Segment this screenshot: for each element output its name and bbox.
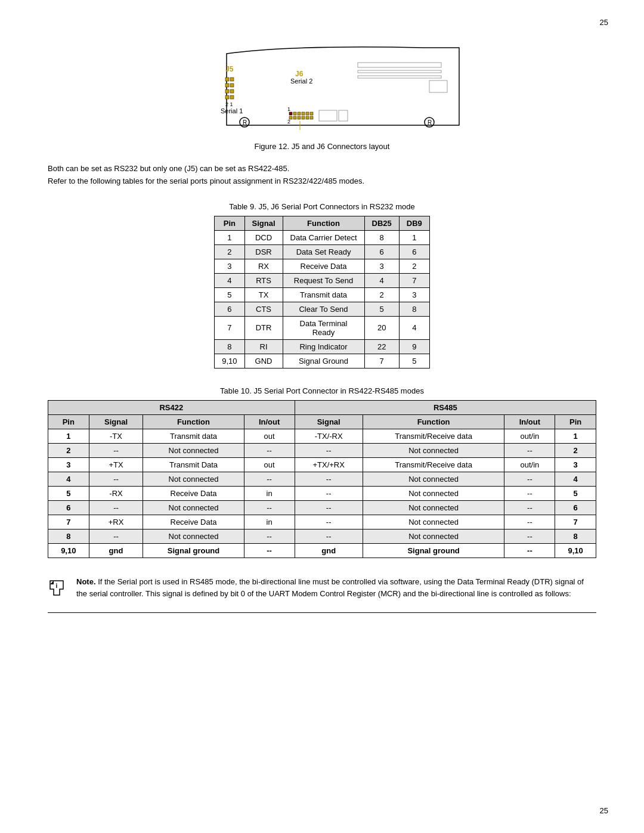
table-cell: -- bbox=[295, 500, 363, 515]
table-cell: -TX/-RX bbox=[295, 429, 363, 443]
col-signal-r: Signal bbox=[295, 414, 363, 429]
table-cell: Not connected bbox=[363, 443, 504, 457]
table-cell: 3 bbox=[364, 259, 399, 273]
table-row: 5TXTransmit data23 bbox=[215, 287, 430, 302]
table-row: 4RTSRequest To Send47 bbox=[215, 273, 430, 287]
table-cell: Not connected bbox=[363, 472, 504, 486]
table-cell: -- bbox=[504, 529, 555, 543]
table-cell: out bbox=[244, 457, 295, 472]
table10-section: Table 10. J5 Serial Port Connector in RS… bbox=[48, 386, 596, 558]
rs485-table: RS422 RS485 Pin Signal Function In/out S… bbox=[48, 400, 596, 558]
table-cell: 6 bbox=[364, 244, 399, 259]
page-number-top: 25 bbox=[600, 18, 608, 27]
svg-rect-15 bbox=[306, 112, 309, 115]
table-row: 4--Not connected----Not connected--4 bbox=[48, 472, 596, 486]
table-cell: 1 bbox=[399, 230, 429, 244]
table-cell: 1 bbox=[555, 429, 596, 443]
table-cell: -RX bbox=[89, 486, 143, 500]
table-cell: -- bbox=[504, 472, 555, 486]
rs485-header: RS485 bbox=[295, 400, 596, 414]
col-function-r: Function bbox=[363, 414, 504, 429]
svg-text:J5: J5 bbox=[225, 65, 234, 73]
table-cell: -- bbox=[504, 486, 555, 500]
table-cell: 6 bbox=[48, 500, 89, 515]
table-cell: in bbox=[244, 515, 295, 529]
rs232-col-db25: DB25 bbox=[364, 216, 399, 230]
table-cell: -- bbox=[89, 443, 143, 457]
rs232-table: Pin Signal Function DB25 DB9 1DCDData Ca… bbox=[214, 216, 430, 368]
svg-text:J6: J6 bbox=[295, 70, 304, 78]
note-box: i Note. If the Serial port is used in RS… bbox=[48, 576, 596, 601]
table-row: 8RIRing Indicator229 bbox=[215, 339, 430, 354]
svg-rect-26 bbox=[358, 63, 441, 67]
table-cell: gnd bbox=[295, 543, 363, 558]
table-cell: 6 bbox=[399, 244, 429, 259]
table-cell: Transmit/Receive data bbox=[363, 457, 504, 472]
table-cell: +RX bbox=[89, 515, 143, 529]
table-cell: Request To Send bbox=[283, 273, 364, 287]
table-cell: DSR bbox=[244, 244, 283, 259]
table-cell: +TX/+RX bbox=[295, 457, 363, 472]
col-pin-l: Pin bbox=[48, 414, 89, 429]
table-cell: Receive Data bbox=[283, 259, 364, 273]
svg-rect-28 bbox=[358, 76, 441, 78]
intro-line1: Both can be set as RS232 but only one (J… bbox=[48, 163, 596, 175]
svg-rect-27 bbox=[358, 70, 441, 73]
table-cell: DTR bbox=[244, 316, 283, 339]
table-cell: Signal ground bbox=[363, 543, 504, 558]
table-cell: -- bbox=[295, 515, 363, 529]
svg-rect-6 bbox=[230, 89, 234, 93]
col-inout-r: In/out bbox=[504, 414, 555, 429]
table-cell: -- bbox=[244, 443, 295, 457]
table-cell: RTS bbox=[244, 273, 283, 287]
rs422-header: RS422 bbox=[48, 400, 295, 414]
table-cell: -- bbox=[244, 472, 295, 486]
table-cell: Receive Data bbox=[143, 515, 244, 529]
table-cell: 9,10 bbox=[215, 354, 244, 368]
table-cell: Transmit/Receive data bbox=[363, 429, 504, 443]
note-label: Note. bbox=[76, 577, 96, 586]
table-cell: Transmit Data bbox=[143, 457, 244, 472]
table-cell: 5 bbox=[215, 287, 244, 302]
table-cell: Data Set Ready bbox=[283, 244, 364, 259]
table-cell: Receive Data bbox=[143, 486, 244, 500]
table-cell: 7 bbox=[48, 515, 89, 529]
table-cell: Signal ground bbox=[143, 543, 244, 558]
table-cell: 6 bbox=[555, 500, 596, 515]
svg-text:2  1: 2 1 bbox=[225, 101, 233, 107]
table-row: 6CTSClear To Send58 bbox=[215, 302, 430, 316]
table-cell: -- bbox=[89, 500, 143, 515]
table-row: 9,10gndSignal ground--gndSignal ground--… bbox=[48, 543, 596, 558]
table-cell: Transmit data bbox=[283, 287, 364, 302]
table-cell: 7 bbox=[215, 316, 244, 339]
table-cell: 9,10 bbox=[555, 543, 596, 558]
table-cell: -TX bbox=[89, 429, 143, 443]
svg-rect-7 bbox=[230, 95, 234, 99]
table-cell: 5 bbox=[364, 302, 399, 316]
svg-text:2: 2 bbox=[287, 119, 290, 125]
table-cell: 3 bbox=[399, 287, 429, 302]
table-cell: Transmit data bbox=[143, 429, 244, 443]
table-cell: 8 bbox=[555, 529, 596, 543]
svg-text:i: i bbox=[56, 583, 58, 589]
intro-text: Both can be set as RS232 but only one (J… bbox=[48, 163, 596, 188]
table-cell: +TX bbox=[89, 457, 143, 472]
table-cell: -- bbox=[504, 443, 555, 457]
table-cell: Not connected bbox=[143, 529, 244, 543]
col-inout-l: In/out bbox=[244, 414, 295, 429]
table-row: 1-TXTransmit dataout-TX/-RXTransmit/Rece… bbox=[48, 429, 596, 443]
svg-rect-0 bbox=[225, 78, 229, 81]
table-row: 3RXReceive Data32 bbox=[215, 259, 430, 273]
table10-caption: Table 10. J5 Serial Port Connector in RS… bbox=[48, 386, 596, 395]
bottom-rule bbox=[48, 612, 596, 613]
table-cell: 2 bbox=[215, 244, 244, 259]
table-cell: 3 bbox=[215, 259, 244, 273]
table-cell: 1 bbox=[215, 230, 244, 244]
table-cell: TX bbox=[244, 287, 283, 302]
col-signal-l: Signal bbox=[89, 414, 143, 429]
note-body: If the Serial port is used in RS485 mode… bbox=[76, 577, 584, 599]
svg-rect-4 bbox=[230, 78, 234, 81]
svg-rect-37 bbox=[339, 110, 348, 121]
table-cell: 3 bbox=[555, 457, 596, 472]
table-cell: -- bbox=[504, 500, 555, 515]
